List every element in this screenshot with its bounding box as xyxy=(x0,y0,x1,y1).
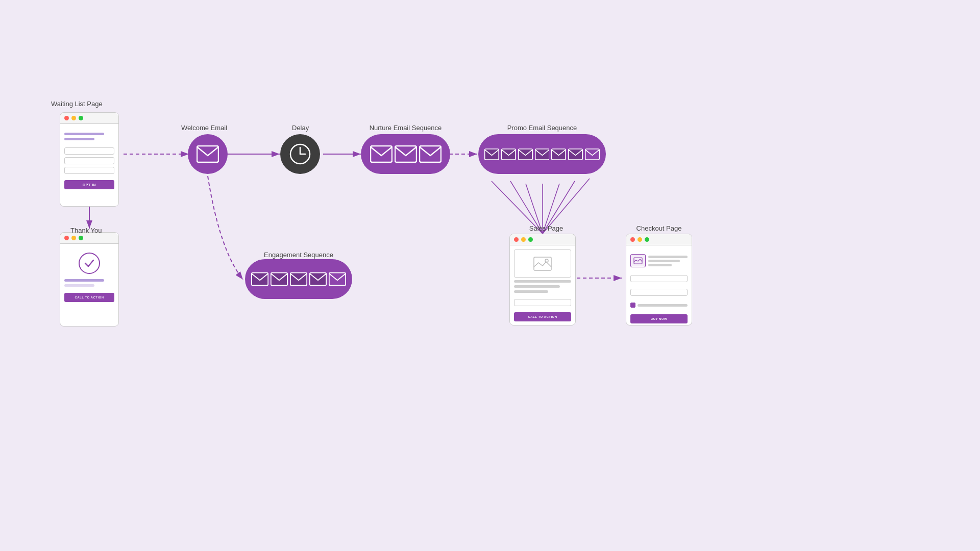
line1 xyxy=(64,133,104,135)
thank-you-page: CALL TO ACTION xyxy=(60,232,119,327)
svg-rect-30 xyxy=(518,149,532,160)
checkout-checkbox-row xyxy=(630,303,688,308)
checkbox-line xyxy=(638,304,688,307)
dot-green2 xyxy=(79,236,83,240)
dot-yellow4 xyxy=(638,237,642,242)
engagement-label: Engagement Sequence xyxy=(245,251,352,259)
dot-red2 xyxy=(64,236,69,240)
dot-red xyxy=(64,116,69,120)
sales-page-label: Sales Page xyxy=(513,224,579,232)
svg-rect-26 xyxy=(310,273,326,286)
svg-rect-29 xyxy=(502,149,516,160)
svg-rect-34 xyxy=(585,149,600,160)
engagement-email-icon-5 xyxy=(329,271,346,287)
browser-bar-sales xyxy=(510,234,575,245)
cta-btn-sales: CALL TO ACTION xyxy=(514,312,571,321)
line-s2 xyxy=(514,285,560,288)
svg-rect-28 xyxy=(485,149,499,160)
product-line3 xyxy=(648,264,672,266)
product-icon xyxy=(630,254,646,267)
engagement-email-icon-2 xyxy=(271,271,288,287)
sales-image xyxy=(514,249,571,278)
svg-rect-27 xyxy=(329,273,346,286)
svg-rect-22 xyxy=(420,146,441,162)
input-sales xyxy=(514,299,571,306)
input1 xyxy=(64,147,114,155)
engagement-email-icon-4 xyxy=(309,271,327,287)
welcome-email-icon xyxy=(197,145,219,163)
svg-rect-20 xyxy=(371,146,392,162)
line-s3 xyxy=(514,290,548,293)
diagram-container: OPT IN Waiting List Page CALL TO AC xyxy=(0,0,980,551)
promo-email-node xyxy=(478,134,606,174)
delay-clock-icon xyxy=(289,143,311,165)
dot-yellow2 xyxy=(71,236,76,240)
input3 xyxy=(64,167,114,174)
promo-email-icon-4 xyxy=(535,148,550,161)
input-checkout2 xyxy=(630,289,688,296)
welcome-email-node xyxy=(188,134,228,174)
promo-email-icon-1 xyxy=(484,148,499,161)
waiting-list-page: OPT IN xyxy=(60,112,119,207)
product-lines xyxy=(648,256,688,266)
svg-rect-25 xyxy=(290,273,307,286)
browser-bar-waiting xyxy=(60,113,118,124)
dot-yellow3 xyxy=(521,237,526,242)
checkout-content: BUY NOW xyxy=(626,245,692,328)
product-line1 xyxy=(648,256,688,258)
svg-rect-24 xyxy=(271,273,287,286)
waiting-list-content: OPT IN xyxy=(60,124,118,193)
engagement-sequence-node xyxy=(245,259,352,299)
promo-email-icon-6 xyxy=(568,148,583,161)
promo-email-icon-5 xyxy=(551,148,566,161)
nurture-label: Nurture Email Sequence xyxy=(361,124,450,132)
delay-label: Delay xyxy=(292,124,309,132)
image-icon xyxy=(533,257,552,271)
browser-bar-thankyou xyxy=(60,233,118,244)
checkout-page: BUY NOW xyxy=(626,234,692,325)
thank-you-content: CALL TO ACTION xyxy=(60,244,118,306)
engagement-email-icon-1 xyxy=(251,271,268,287)
browser-bar-checkout xyxy=(626,234,692,245)
product-line2 xyxy=(648,260,680,262)
dot-yellow xyxy=(71,116,76,120)
nurture-email-icon-3 xyxy=(419,145,442,163)
line-ty1 xyxy=(64,279,104,282)
svg-rect-31 xyxy=(535,149,549,160)
buy-now-btn: BUY NOW xyxy=(630,314,688,323)
engagement-email-icon-3 xyxy=(290,271,307,287)
input2 xyxy=(64,157,114,164)
product-image-icon xyxy=(633,257,643,264)
welcome-email-label: Welcome Email xyxy=(181,124,227,132)
promo-label: Promo Email Sequence xyxy=(478,124,606,132)
sales-page: CALL TO ACTION xyxy=(509,234,576,325)
opt-in-btn: OPT IN xyxy=(64,180,114,189)
dot-red3 xyxy=(514,237,519,242)
line2 xyxy=(64,138,94,140)
nurture-email-icon-2 xyxy=(395,145,417,163)
checkout-product-row xyxy=(630,254,688,267)
svg-rect-16 xyxy=(197,146,218,162)
checkbox xyxy=(630,303,635,308)
checkmark-icon xyxy=(84,259,94,267)
waiting-list-label: Waiting List Page xyxy=(51,100,103,108)
promo-email-icon-2 xyxy=(501,148,516,161)
nurture-email-icon-1 xyxy=(370,145,393,163)
svg-rect-23 xyxy=(252,273,268,286)
promo-email-icon-7 xyxy=(585,148,600,161)
line-s1 xyxy=(514,280,571,283)
sales-content: CALL TO ACTION xyxy=(510,245,575,325)
svg-rect-21 xyxy=(395,146,416,162)
dot-red4 xyxy=(630,237,635,242)
svg-rect-32 xyxy=(552,149,566,160)
dot-green4 xyxy=(645,237,649,242)
line-ty2 xyxy=(64,284,94,287)
svg-rect-33 xyxy=(569,149,583,160)
checkmark-circle xyxy=(79,253,100,274)
cta-btn-thankyou: CALL TO ACTION xyxy=(64,293,114,302)
arrows-svg xyxy=(0,0,980,551)
dot-green xyxy=(79,116,83,120)
nurture-email-node xyxy=(361,134,450,174)
dot-green3 xyxy=(528,237,533,242)
input-checkout1 xyxy=(630,275,688,282)
